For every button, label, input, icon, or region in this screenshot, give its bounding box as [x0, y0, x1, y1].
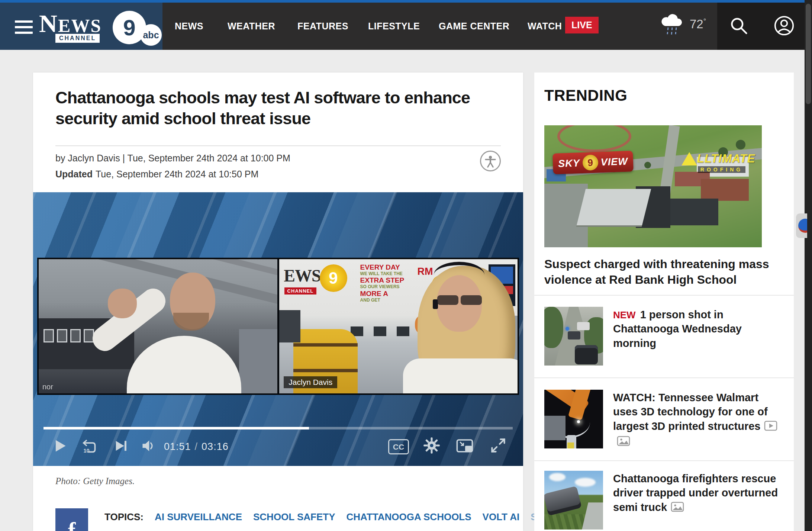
video-caption-name: Jaclyn Davis: [284, 376, 337, 388]
studio-channel-logo-text: CHANNEL: [284, 287, 317, 295]
topic-link-chattanooga-schools[interactable]: CHATTANOOGA SCHOOLS: [347, 511, 471, 523]
article-headline: Chattanooga schools may test AI software…: [55, 87, 503, 129]
video-progress-fill: [44, 427, 309, 429]
trending-item-2-thumbnail[interactable]: [544, 390, 603, 448]
page-scrollbar[interactable]: [805, 0, 812, 531]
glasses-lens: [437, 295, 458, 305]
divider: [534, 377, 794, 378]
sky9view-sky-text: SKY: [558, 157, 580, 170]
thumb-road: [582, 502, 603, 530]
temperature-number: 72: [690, 17, 703, 31]
photo-credit: Photo: Getty Images.: [55, 476, 135, 486]
settings-gear-icon[interactable]: [423, 437, 440, 454]
rain-cloud-icon: [660, 13, 684, 36]
thumb-safety-vest: [567, 442, 574, 448]
video-player[interactable]: nor EWS CHANNEL 9 EVERY DAY WE WILL TAKE…: [33, 192, 523, 466]
trending-title: TRENDING: [544, 87, 627, 104]
speaker-man-shirt: [127, 336, 241, 393]
trending-item-2-headline: WATCH: Tennessee Walmart uses 3D technol…: [613, 392, 768, 432]
topic-link-volt-ai[interactable]: VOLT AI: [483, 511, 520, 523]
sky9view-nine-text: 9: [582, 155, 598, 171]
glasses-lens: [461, 295, 482, 305]
picture-frame: [70, 329, 81, 342]
trending-item-3[interactable]: Chattanooga firefighters rescue driver t…: [534, 471, 794, 530]
logo-abc-emblem: abc: [140, 24, 162, 46]
studio-nine-text: 9: [329, 269, 338, 287]
closed-captions-button[interactable]: CC: [388, 439, 409, 454]
header-utility-area: [717, 3, 812, 50]
nav-item-weather[interactable]: WEATHER: [228, 21, 275, 32]
accessibility-button[interactable]: [480, 151, 501, 171]
volume-button[interactable]: [141, 438, 156, 453]
trending-item-1[interactable]: NEW1 person shot in Chattanooga Wednesda…: [534, 307, 794, 366]
newschannel9-logo[interactable]: NEWS CHANNEL 9 abc: [39, 9, 162, 46]
live-badge[interactable]: LIVE: [565, 17, 599, 33]
video-progress-bar[interactable]: [44, 427, 513, 429]
video-time-display: 01:51/03:16: [164, 441, 229, 453]
temperature-value: 72°: [690, 17, 706, 31]
article-updated: UpdatedTue, September 24th 2024 at 10:50…: [55, 169, 258, 180]
feedback-peek-widget[interactable]: [796, 213, 807, 238]
picture-frame: [44, 329, 54, 342]
trending-lead-image[interactable]: SKY 9 VIEW LLTIMATE ROOFING: [544, 125, 762, 247]
weather-widget[interactable]: 72°: [660, 13, 706, 36]
play-button[interactable]: [52, 438, 67, 453]
search-icon[interactable]: [729, 16, 749, 36]
studio-wall-slogan: EVERY DAY WE WILL TAKE THE EXTRA STEP SO…: [360, 263, 405, 303]
aerial-running-track: [557, 125, 631, 152]
thumb-police-light: [566, 327, 569, 331]
next-video-button[interactable]: [113, 438, 128, 453]
studio-news-logo-text: EWS: [284, 266, 320, 286]
wall-line: EVERY DAY: [360, 263, 405, 271]
trending-item-1-text[interactable]: NEW1 person shot in Chattanooga Wednesda…: [613, 308, 785, 350]
updated-time: Tue, September 24th 2024 at 10:50 PM: [96, 169, 258, 179]
trending-item-2-text[interactable]: WATCH: Tennessee Walmart uses 3D technol…: [613, 390, 785, 450]
thumb-car: [568, 331, 580, 339]
hamburger-bar: [15, 26, 33, 28]
trending-item-3-thumbnail[interactable]: [544, 471, 603, 530]
divider: [55, 145, 501, 146]
trending-item-1-thumbnail[interactable]: [544, 307, 603, 366]
sky9view-view-text: VIEW: [601, 155, 628, 168]
topic-link-ai-surveillance[interactable]: AI SURVEILLANCE: [155, 511, 242, 523]
trending-item-2[interactable]: WATCH: Tennessee Walmart uses 3D technol…: [534, 390, 794, 448]
hamburger-bar: [15, 32, 33, 34]
nav-item-features[interactable]: FEATURES: [297, 21, 348, 32]
topics-label: TOPICS:: [104, 511, 144, 523]
header-accent-line: [0, 0, 812, 3]
current-time: 01:51: [164, 441, 191, 452]
thumb-brush: [544, 514, 586, 530]
wall-line: EXTRA STEP: [360, 276, 405, 284]
fullscreen-icon[interactable]: [490, 437, 507, 454]
facebook-share-button[interactable]: f: [55, 508, 88, 531]
image-gallery-icon: [617, 435, 630, 450]
wall-line: WE WILL TAKE THE: [360, 271, 405, 277]
account-icon[interactable]: [774, 15, 795, 36]
video-play-icon: [764, 420, 777, 434]
anchor-woman-headset: [434, 262, 484, 288]
picture-in-picture-icon[interactable]: [456, 438, 474, 454]
trending-item-3-text[interactable]: Chattanooga firefighters rescue driver t…: [613, 472, 785, 515]
wall-line: MORE A: [360, 290, 405, 298]
logo-news-text: NEWS: [39, 11, 102, 36]
video-right-panel: EWS CHANNEL 9 EVERY DAY WE WILL TAKE THE…: [279, 259, 518, 393]
nav-item-watch[interactable]: WATCH: [528, 21, 562, 32]
logo-channel-text: CHANNEL: [55, 34, 100, 43]
trending-sidebar: TRENDING SKY 9 VIEW LLTIMATE ROOFING Sus…: [534, 73, 794, 531]
topic-link-school-safety[interactable]: SCHOOL SAFETY: [253, 511, 335, 523]
logo-nine-text: 9: [123, 15, 135, 41]
nav-item-game-center[interactable]: GAME CENTER: [439, 21, 509, 32]
hamburger-menu-icon[interactable]: [15, 20, 33, 35]
trending-lead-headline[interactable]: Suspect charged with threatening mass vi…: [544, 257, 784, 287]
site-header: NEWS CHANNEL 9 abc NEWS WEATHER FEATURES…: [0, 0, 812, 50]
aerial-tree: [736, 140, 745, 149]
hamburger-bar: [15, 20, 33, 23]
office-cubicle-wall: [239, 329, 277, 393]
nav-item-news[interactable]: NEWS: [175, 21, 203, 32]
nav-item-lifestyle[interactable]: LIFESTYLE: [368, 21, 420, 32]
scrollbar-thumb[interactable]: [806, 4, 811, 104]
video-duration: 03:16: [202, 441, 229, 452]
aerial-brick-building: [701, 179, 749, 201]
studio-nine-logo: 9: [320, 264, 347, 292]
rewind-10-button[interactable]: 10: [81, 438, 97, 454]
